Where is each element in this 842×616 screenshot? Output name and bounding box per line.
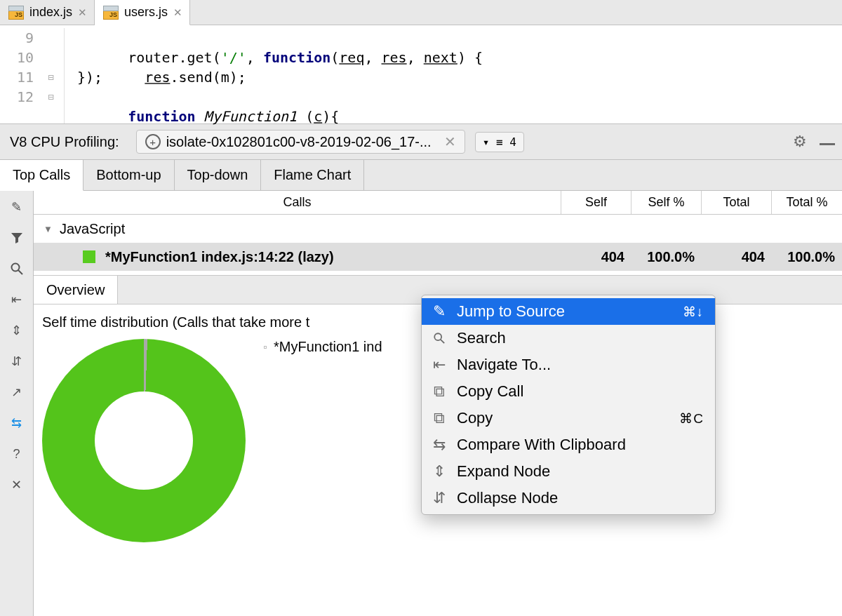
- tab-top-calls[interactable]: Top Calls: [0, 160, 83, 191]
- collapse-icon: ⇵: [432, 489, 447, 507]
- copy-icon: ⧉: [432, 382, 447, 401]
- tree-root[interactable]: ▼ JavaScript: [34, 215, 842, 243]
- compare-icon: ⇆: [432, 436, 447, 454]
- js-file-icon: JS: [8, 6, 24, 20]
- call-tree: ▼ JavaScript *MyFunction1 index.js:14:22…: [34, 215, 842, 271]
- remove-icon[interactable]: ✕: [6, 474, 27, 495]
- svg-point-0: [11, 264, 19, 272]
- navigate-icon[interactable]: ⇤: [6, 289, 27, 310]
- edit-icon[interactable]: ✎: [6, 196, 27, 217]
- file-tabs: JS index.js ✕ JS users.js ✕: [0, 0, 842, 25]
- tree-row-label: *MyFunction1 index.js:14:22 (lazy): [105, 249, 334, 265]
- search-icon[interactable]: [6, 258, 27, 279]
- tree-root-label: JavaScript: [60, 221, 125, 237]
- collapse-all-icon[interactable]: ⇵: [6, 351, 27, 372]
- chevron-down-icon[interactable]: ▼: [44, 224, 53, 234]
- copy-icon: ⧉: [432, 409, 447, 427]
- help-icon[interactable]: ?: [6, 443, 27, 464]
- tree-row-numbers: 404 100.0% 404 100.0%: [561, 249, 842, 265]
- fold-gutter: ⊟⊟: [38, 28, 65, 123]
- tab-flame-chart[interactable]: Flame Chart: [261, 160, 364, 190]
- svg-line-3: [441, 340, 444, 343]
- close-icon[interactable]: ✕: [173, 6, 182, 19]
- ctx-copy-call[interactable]: ⧉ Copy Call: [422, 378, 715, 405]
- file-tab-index[interactable]: JS index.js ✕: [0, 0, 95, 25]
- tab-overview[interactable]: Overview: [34, 276, 118, 304]
- ctx-search[interactable]: Search: [422, 325, 715, 351]
- tab-top-down[interactable]: Top-down: [175, 160, 262, 190]
- file-tab-label: users.js: [124, 5, 168, 20]
- profiler-side-toolbar: ✎ ⇤ ⇕ ⇵ ↗ ⇆ ? ✕: [0, 191, 34, 616]
- profiler-session-button[interactable]: + isolate-0x102801c00-v8-2019-02-06_17-.…: [136, 130, 465, 154]
- plus-circle-icon: +: [145, 134, 161, 149]
- class-count-dropdown[interactable]: ▾ ≡ 4: [475, 132, 524, 152]
- filter-icon[interactable]: [6, 227, 27, 248]
- ctx-expand-node[interactable]: ⇕ Expand Node: [422, 458, 715, 485]
- minimize-icon[interactable]: [820, 143, 835, 145]
- pencil-icon: ✎: [432, 302, 447, 321]
- close-icon[interactable]: ✕: [78, 6, 87, 19]
- legend-label: *MyFunction1 ind: [274, 339, 382, 355]
- profiler-title: V8 CPU Profiling:: [10, 134, 119, 150]
- expand-icon: ⇕: [432, 462, 447, 481]
- context-menu: ✎ Jump to Source ⌘↓ Search ⇤ Navigate To…: [421, 295, 716, 515]
- file-tab-users[interactable]: JS users.js ✕: [95, 0, 190, 25]
- series-color-chip: [83, 250, 95, 263]
- tree-row-selected[interactable]: *MyFunction1 index.js:14:22 (lazy) 404 1…: [34, 243, 842, 271]
- compare-icon[interactable]: ⇆: [6, 413, 27, 434]
- search-icon: [432, 332, 447, 344]
- ctx-collapse-node[interactable]: ⇵ Collapse Node: [422, 485, 715, 511]
- profiler-session-label: isolate-0x102801c00-v8-2019-02-06_17-...: [166, 134, 432, 150]
- file-tab-label: index.js: [29, 5, 72, 20]
- col-self[interactable]: Self: [561, 191, 632, 214]
- js-file-icon: JS: [103, 6, 119, 20]
- svg-point-2: [434, 333, 441, 340]
- tab-bottom-up[interactable]: Bottom-up: [83, 160, 174, 190]
- svg-line-1: [18, 270, 22, 274]
- ctx-navigate-to[interactable]: ⇤ Navigate To...: [422, 351, 715, 378]
- ctx-compare-clipboard[interactable]: ⇆ Compare With Clipboard: [422, 431, 715, 458]
- profiler-tabs: Top Calls Bottom-up Top-down Flame Chart: [0, 160, 842, 191]
- expand-all-icon[interactable]: ⇕: [6, 320, 27, 341]
- close-icon[interactable]: ✕: [444, 133, 456, 150]
- col-selfp[interactable]: Self %: [632, 191, 702, 214]
- navigate-icon: ⇤: [432, 356, 447, 374]
- columns-header: Calls Self Self % Total Total %: [34, 191, 842, 215]
- col-total[interactable]: Total: [702, 191, 772, 214]
- self-time-donut-chart: [42, 339, 246, 542]
- col-calls[interactable]: Calls: [34, 191, 561, 214]
- ctx-copy[interactable]: ⧉ Copy ⌘C: [422, 405, 715, 431]
- line-number-gutter: 9 10 11 12: [0, 28, 38, 123]
- code-editor[interactable]: 9 10 11 12 ⊟⊟ router.get('/', function(r…: [0, 25, 842, 123]
- profiler-header: V8 CPU Profiling: + isolate-0x102801c00-…: [0, 123, 842, 160]
- chart-legend: *MyFunction1 ind: [264, 339, 382, 355]
- gear-icon[interactable]: ⚙: [793, 133, 807, 151]
- code-content[interactable]: router.get('/', function(req, res, next)…: [65, 28, 483, 123]
- export-icon[interactable]: ↗: [6, 382, 27, 403]
- col-totalp[interactable]: Total %: [772, 191, 842, 214]
- ctx-jump-to-source[interactable]: ✎ Jump to Source ⌘↓: [422, 298, 715, 325]
